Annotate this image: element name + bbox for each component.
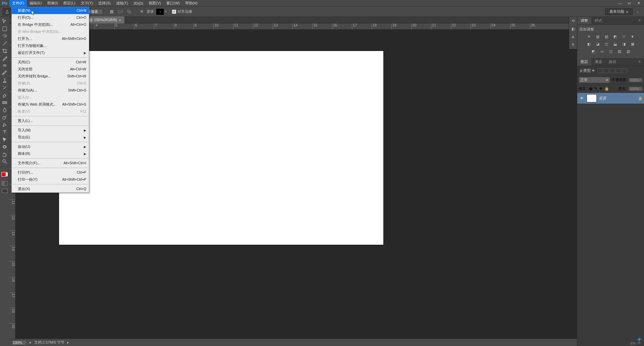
filter-type-select[interactable]: ρ 类型≑ [579, 67, 596, 74]
filter-adjust-icon[interactable] [604, 68, 609, 73]
file-menu-item[interactable]: 导入(M)▶ [12, 127, 89, 134]
file-menu-item[interactable]: 关闭(C)Ctrl+W [12, 59, 89, 66]
vibrance-icon[interactable]: ▽ [621, 34, 627, 39]
menu-type[interactable]: 文字(Y) [78, 0, 96, 7]
channels-tab[interactable]: 通道 [591, 58, 605, 66]
workspace-switcher[interactable]: 基本功能≡ [605, 8, 633, 15]
lock-position-icon[interactable]: ✥ [599, 86, 602, 91]
opacity-value[interactable]: 100% [629, 78, 643, 82]
brightness-icon[interactable]: ☀ [586, 34, 592, 39]
doc-info-dropdown-icon[interactable]: ▸ [67, 340, 69, 345]
file-menu-item[interactable]: 关闭并转到 Bridge...Shift+Ctrl+W [12, 73, 89, 80]
filter-type-icon[interactable] [610, 68, 615, 73]
channel-mixer-icon[interactable]: ◫ [604, 41, 609, 47]
gear-icon[interactable]: ✲ [138, 8, 145, 15]
posterize-icon[interactable]: ▦ [630, 41, 635, 47]
screenmode-toggle[interactable]: ▭ [2, 188, 8, 193]
exposure-icon[interactable]: ◩ [612, 34, 618, 39]
marquee-tool[interactable] [1, 25, 9, 32]
character-panel-icon[interactable]: A [569, 33, 577, 41]
path-select-tool[interactable] [1, 136, 9, 143]
file-menu-item[interactable]: 新建(N)...Ctrl+N [12, 7, 89, 14]
close-button[interactable]: ✕ [636, 1, 641, 6]
color-swatches[interactable] [1, 170, 9, 178]
file-menu-item[interactable]: 打印(P)...Ctrl+P [12, 169, 89, 176]
search-icon[interactable]: » [634, 8, 641, 15]
path-op1-icon[interactable] [108, 8, 115, 15]
layers-tab[interactable]: 图层 [577, 58, 591, 66]
wand-tool[interactable] [1, 40, 9, 47]
maximize-button[interactable]: ▭ [627, 1, 632, 6]
brush-tool[interactable] [1, 70, 9, 76]
adj-icon4[interactable]: ▧ [617, 49, 622, 54]
filter-smart-icon[interactable] [622, 68, 627, 73]
menu-image[interactable]: 图像(I) [45, 0, 61, 7]
dodge-tool[interactable] [1, 114, 9, 121]
menu-help[interactable]: 帮助(H) [182, 0, 200, 7]
menu-layer[interactable]: 图层(L) [61, 0, 78, 7]
zoom-tool[interactable] [1, 158, 9, 165]
canvas[interactable] [59, 51, 383, 245]
file-menu-item[interactable]: 置入(L)... [12, 117, 89, 124]
path-op3-icon[interactable] [125, 8, 133, 15]
pen-tool[interactable] [1, 121, 9, 128]
paths-tab[interactable]: 路径 [605, 58, 620, 66]
curves-icon[interactable]: ▨ [604, 34, 609, 39]
photo-filter-icon[interactable]: ◪ [595, 41, 600, 47]
file-menu-item[interactable]: 打开为智能对象... [12, 42, 89, 49]
fill-value[interactable]: 100% [629, 86, 643, 91]
zoom-input[interactable] [11, 340, 27, 345]
shape-dropdown[interactable]: → [156, 9, 164, 15]
file-menu-item[interactable]: 打开(O)...Ctrl+O [12, 14, 89, 21]
visibility-icon[interactable]: 👁 [579, 96, 585, 100]
eyedropper-tool[interactable] [1, 55, 9, 62]
lock-transparent-icon[interactable]: ▩ [589, 86, 592, 91]
path-op2-icon[interactable] [117, 8, 124, 15]
file-menu-item[interactable]: 文件简介(F)...Alt+Shift+Ctrl+I [12, 160, 89, 167]
bw-icon[interactable]: ◧ [586, 41, 592, 47]
menu-window[interactable]: 窗口(W) [164, 0, 182, 7]
align-edges-checkbox[interactable]: ✓ [172, 10, 176, 14]
stamp-tool[interactable] [1, 77, 9, 84]
file-menu-item[interactable]: 关闭全部Alt+Ctrl+W [12, 66, 89, 73]
fg-color-swatch[interactable] [1, 172, 6, 177]
file-menu-item[interactable]: 打开为...Alt+Shift+Ctrl+O [12, 35, 89, 42]
heal-tool[interactable] [1, 62, 9, 69]
blur-tool[interactable] [1, 107, 9, 113]
file-menu-item[interactable]: 存储为 Web 所用格式...Alt+Shift+Ctrl+S [12, 101, 89, 108]
canvas-viewport[interactable] [15, 30, 577, 339]
zoom-dropdown-icon[interactable]: ▸ [30, 340, 32, 345]
minimize-button[interactable]: — [617, 1, 623, 6]
file-menu-item[interactable]: 退出(X)Ctrl+Q [12, 185, 89, 192]
properties-panel-icon[interactable]: ◧ [569, 25, 577, 33]
file-menu-item[interactable]: 最近打开文件(T)▶ [12, 49, 89, 56]
selective-color-icon[interactable]: ◫ [608, 49, 613, 54]
panel-menu-icon[interactable]: ≡ [635, 17, 644, 24]
file-menu-item[interactable]: 脚本(R)▶ [12, 150, 89, 157]
adjustments-tab[interactable]: 调整 [577, 17, 591, 24]
history-panel-icon[interactable]: ⟲ [569, 17, 577, 25]
layer-name[interactable]: 背景 [599, 96, 636, 101]
menu-view[interactable]: 视图(V) [146, 0, 164, 7]
eraser-tool[interactable] [1, 92, 9, 99]
lock-pixels-icon[interactable]: ✎ [594, 86, 597, 91]
menu-select[interactable]: 选择(S) [96, 0, 113, 7]
file-menu-item[interactable]: 存储为(A)...Shift+Ctrl+S [12, 87, 89, 94]
filter-shape-icon[interactable] [616, 68, 621, 73]
quickmask-toggle[interactable] [2, 181, 8, 186]
layer-thumbnail[interactable] [587, 94, 597, 102]
file-menu-item[interactable]: 导出(E)▶ [12, 134, 89, 141]
paragraph-panel-icon[interactable]: ¶ [569, 41, 577, 49]
menu-edit[interactable]: 编辑(E) [27, 0, 45, 7]
history-brush-tool[interactable] [1, 84, 9, 91]
file-menu-item[interactable]: 在 Bridge 中浏览(B)...Alt+Ctrl+O [12, 21, 89, 28]
gradient-tool[interactable] [1, 99, 9, 106]
panel-menu-icon[interactable]: ≡ [635, 58, 644, 66]
layer-row-background[interactable]: 👁 背景 🔒 [577, 93, 644, 104]
file-menu-item[interactable]: 自动(U)▶ [12, 143, 89, 150]
shape-tool[interactable] [1, 143, 9, 150]
tab-close-icon[interactable]: × [119, 18, 121, 22]
lasso-tool[interactable] [1, 33, 9, 40]
threshold-icon[interactable]: ◩ [591, 49, 596, 54]
filter-pixel-icon[interactable] [598, 68, 603, 73]
